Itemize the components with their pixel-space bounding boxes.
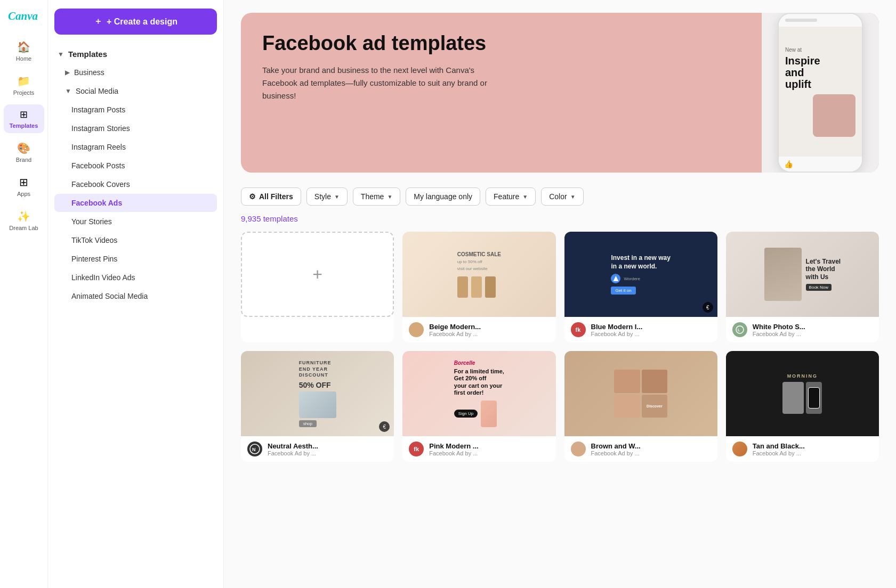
cosmetic-bottles — [457, 276, 496, 298]
tan-sub: Facebook Ad by ... — [753, 450, 873, 456]
white-content: Let's Travelthe Worldwith Us Book Now — [726, 232, 879, 317]
tan-meta: Tan and Black... Facebook Ad by ... — [753, 442, 873, 456]
apps-icon: ⊞ — [19, 176, 28, 189]
sidebar-item-brand[interactable]: 🎨 Brand — [4, 137, 44, 167]
templates-icon: ⊞ — [20, 109, 28, 120]
template-card-pink[interactable]: Borcelle For a limited time,Get 20% offy… — [402, 351, 555, 462]
nav-social-media-item[interactable]: ▼ Social Media — [54, 82, 217, 100]
creator-icon: N — [249, 444, 260, 454]
blue-name: Blue Modern I... — [591, 323, 711, 331]
nav-linkedin-video-ads[interactable]: LinkedIn Video Ads — [54, 268, 217, 287]
nav-your-stories[interactable]: Your Stories — [54, 213, 217, 231]
template-card-tan[interactable]: Morning Tan and Black... — [726, 351, 879, 462]
canva-logo[interactable]: Canva — [8, 9, 40, 26]
sidebar-item-label: Templates — [10, 123, 38, 129]
white-sub: Facebook Ad by ... — [753, 331, 873, 337]
sidebar-item-templates[interactable]: ⊞ Templates — [4, 104, 44, 133]
create-design-button[interactable]: ＋ + Create a design — [54, 9, 217, 35]
nav-instagram-posts[interactable]: Instagram Posts — [54, 101, 217, 119]
brown-content: Discover — [564, 351, 717, 436]
tan-img-1 — [782, 382, 804, 414]
nav-facebook-covers[interactable]: Facebook Covers — [54, 175, 217, 193]
sidebar-item-label: Projects — [13, 89, 35, 96]
chevron-down-icon: ▼ — [387, 194, 392, 200]
tan-images — [732, 382, 873, 414]
neutral-thumb: FurnitureEnd YearDiscount 50% OFF shop € — [241, 351, 394, 436]
beige-modern-info: Beige Modern... Facebook Ad by ... — [402, 317, 555, 342]
grid-3 — [614, 395, 640, 418]
cosmetic-title: Cosmetic Sale — [457, 251, 501, 257]
template-card-add-new[interactable]: + — [241, 232, 394, 342]
brown-meta: Brown and W... Facebook Ad by ... — [591, 442, 711, 456]
color-label: Color — [549, 192, 567, 201]
euro-badge: € — [703, 302, 713, 313]
language-filter-button[interactable]: My language only — [406, 187, 480, 206]
cosmetic-sub: up to 50% off — [457, 259, 482, 264]
template-card-blue-modern[interactable]: Invest in a new wayin a new world. Worde… — [564, 232, 717, 342]
furniture-design: FurnitureEnd YearDiscount 50% OFF shop — [299, 360, 336, 427]
nav-facebook-posts[interactable]: Facebook Posts — [54, 157, 217, 175]
neutral-name: Neutral Aesth... — [268, 442, 388, 450]
style-label: Style — [314, 192, 331, 201]
brown-sub: Facebook Ad by ... — [591, 450, 711, 456]
nav-business-item[interactable]: ▶ Business — [54, 63, 217, 81]
template-card-white-photo[interactable]: Let's Travelthe Worldwith Us Book Now L … — [726, 232, 879, 342]
sidebar-item-dream-lab[interactable]: ✨ Dream Lab — [4, 206, 44, 235]
nav-instagram-stories[interactable]: Instagram Stories — [54, 119, 217, 137]
sidebar-item-projects[interactable]: 📁 Projects — [4, 70, 44, 100]
sidebar-item-home[interactable]: 🏠 Home — [4, 36, 44, 66]
white-avatar: L — [732, 322, 747, 337]
neutral-sub: Facebook Ad by ... — [268, 450, 388, 456]
blue-cta: Get it on — [611, 287, 635, 295]
borcelle-brand: Borcelle — [454, 360, 475, 366]
blue-invest-design: Invest in a new wayin a new world. Worde… — [611, 254, 670, 295]
tan-headline: Morning — [732, 373, 873, 379]
create-button-label: + Create a design — [107, 17, 177, 27]
beige-content: Cosmetic Sale up to 50% off visit our we… — [402, 232, 555, 317]
furniture-cta: shop — [299, 420, 317, 427]
template-card-brown[interactable]: Discover Brown and W... Facebook Ad by .… — [564, 351, 717, 462]
neutral-avatar: N — [247, 442, 262, 456]
brand-icon: 🎨 — [17, 142, 30, 154]
nav-pinterest-pins[interactable]: Pinterest Pins — [54, 250, 217, 268]
nav-tiktok-videos[interactable]: TikTok Videos — [54, 231, 217, 249]
all-filters-button[interactable]: ⚙ All Filters — [241, 187, 301, 206]
chevron-right-icon: ▶ — [65, 69, 70, 76]
dream-lab-icon: ✨ — [17, 210, 30, 223]
nav-animated-social-media[interactable]: Animated Social Media — [54, 287, 217, 305]
templates-section-header[interactable]: ▼ Templates — [54, 45, 217, 63]
blue-meta: Blue Modern I... Facebook Ad by ... — [591, 323, 711, 337]
travel-image — [764, 248, 802, 301]
color-filter-button[interactable]: Color ▼ — [541, 187, 583, 206]
phone-notch-bar — [785, 19, 817, 22]
neutral-meta: Neutral Aesth... Facebook Ad by ... — [268, 442, 388, 456]
nav-facebook-ads[interactable]: Facebook Ads — [54, 194, 217, 212]
wordere-name: Wordere — [624, 276, 640, 281]
brown-thumb: Discover — [564, 351, 717, 436]
beige-modern-thumb: Cosmetic Sale up to 50% off visit our we… — [402, 232, 555, 317]
feature-filter-button[interactable]: Feature ▼ — [486, 187, 536, 206]
style-filter-button[interactable]: Style ▼ — [306, 187, 348, 206]
pink-name: Pink Modern ... — [429, 442, 549, 450]
travel-cta: Book Now — [806, 284, 832, 291]
furniture-price: 50% OFF — [299, 381, 336, 389]
sidebar-item-apps[interactable]: ⊞ Apps — [4, 172, 44, 201]
white-photo-info: L White Photo S... Facebook Ad by ... — [726, 317, 879, 342]
furniture-image — [299, 391, 336, 418]
hero-text-area: Facebook ad templates Take your brand an… — [241, 13, 762, 173]
phone-mockup: New at Inspireanduplift 👍 — [778, 13, 863, 173]
neutral-content: FurnitureEnd YearDiscount 50% OFF shop — [241, 351, 394, 436]
theme-filter-button[interactable]: Theme ▼ — [353, 187, 400, 206]
logo-shape — [613, 276, 618, 281]
grid-2 — [642, 370, 668, 393]
template-card-neutral[interactable]: FurnitureEnd YearDiscount 50% OFF shop €… — [241, 351, 394, 462]
beige-avatar — [409, 322, 424, 337]
blue-avatar: fk — [571, 322, 586, 337]
blue-modern-thumb: Invest in a new wayin a new world. Worde… — [564, 232, 717, 317]
nav-instagram-reels[interactable]: Instagram Reels — [54, 138, 217, 156]
chevron-down-icon: ▼ — [570, 194, 576, 200]
template-card-beige-modern[interactable]: Cosmetic Sale up to 50% off visit our we… — [402, 232, 555, 342]
sidebar-item-label: Dream Lab — [9, 225, 38, 231]
blue-content: Invest in a new wayin a new world. Worde… — [564, 232, 717, 317]
chevron-down-icon: ▼ — [65, 87, 71, 95]
